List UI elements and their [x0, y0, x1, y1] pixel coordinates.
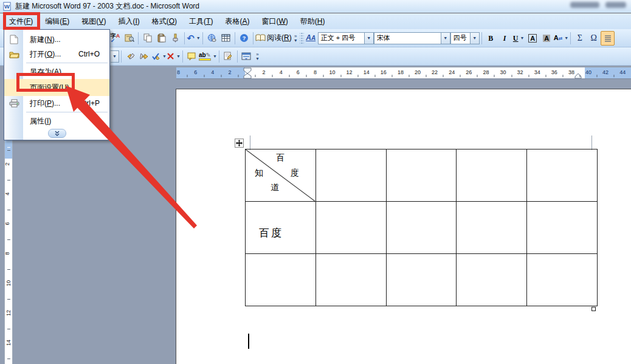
bold-button[interactable]: B [484, 31, 498, 46]
ruler-number: 42 [602, 69, 609, 75]
table-move-handle[interactable] [235, 139, 244, 148]
ruler-tick [460, 75, 461, 77]
word-window: { "window": { "title": "新建 Microsoft Wor… [0, 0, 631, 364]
undo-button[interactable]: ↶▼ [187, 31, 201, 46]
menu-expand-button[interactable] [48, 129, 66, 138]
character-shading-button[interactable]: A [540, 31, 554, 46]
file-menu-item-properties[interactable]: 属性(I) [4, 114, 109, 128]
chevron-down-icon[interactable]: ▼ [364, 33, 373, 44]
chevron-down-icon[interactable]: ▼ [213, 54, 217, 58]
hyperlink-button[interactable] [205, 31, 219, 46]
table-cell-r2c5[interactable] [527, 202, 598, 254]
chevron-down-icon[interactable]: ▼ [520, 36, 525, 40]
menu-item-label: 打印(P)... [30, 98, 60, 109]
menu-file[interactable]: 文件(F) [3, 13, 39, 29]
font-combo-value: 宋体 [377, 33, 390, 43]
menu-table[interactable]: 表格(A) [219, 13, 255, 29]
file-menu-item-open[interactable]: 打开(O)...Ctrl+O [4, 47, 109, 61]
show-combo-stub[interactable]: ▼ [111, 50, 119, 63]
chevron-down-icon[interactable]: ▼ [441, 33, 450, 44]
svg-text:W: W [4, 4, 10, 10]
table-cell-r1c1[interactable]: 百度知道 [246, 149, 316, 202]
chevron-down-icon[interactable]: ▼ [176, 54, 181, 58]
menu-item-shortcut: Ctrl+P [79, 99, 106, 108]
margin-crop-mark [591, 136, 592, 150]
right-indent-marker[interactable] [574, 74, 582, 79]
table-cell-r2c3[interactable] [387, 202, 457, 254]
document-page[interactable]: 百度知道百度 [176, 89, 631, 364]
spelling-grammar-button[interactable]: 字A✔ [108, 31, 122, 46]
reject-change-button[interactable]: ▼ [167, 49, 181, 64]
symbol-omega-button[interactable]: Ω [587, 31, 601, 46]
research-icon [125, 33, 134, 43]
style-combo[interactable]: 正文 + 四号▼ [318, 32, 374, 44]
file-menu-item-save-as[interactable]: 另存为(A)... [4, 64, 109, 79]
cell-text: 百度 [259, 226, 283, 240]
table-cell-r3c3[interactable] [387, 254, 457, 306]
document-table[interactable]: 百度知道百度 [245, 149, 598, 306]
file-menu-item-print[interactable]: 打印(P)...Ctrl+P [4, 96, 109, 111]
toolbar-grip[interactable] [300, 32, 304, 45]
format-painter-button[interactable] [168, 31, 182, 46]
menu-format[interactable]: 格式(O) [146, 13, 183, 29]
toolbar-options[interactable]: »▾ [253, 48, 261, 65]
chevron-down-icon[interactable]: ▼ [162, 54, 167, 58]
menu-insert[interactable]: 插入(I) [112, 13, 145, 29]
ruler-number: 32 [517, 69, 523, 75]
table-cell-r1c3[interactable] [387, 149, 457, 202]
insert-comment-button[interactable] [185, 49, 199, 64]
ruler-tick [562, 75, 563, 77]
character-border-button[interactable]: A [526, 31, 540, 46]
table-cell-r2c4[interactable] [457, 202, 527, 254]
styles-pane-button[interactable]: AA [304, 31, 318, 46]
menu-tools[interactable]: 工具(T) [183, 13, 219, 29]
font-combo[interactable]: 宋体▼ [374, 32, 450, 44]
distributed-button[interactable] [601, 31, 615, 46]
copy-button[interactable] [140, 31, 154, 46]
table-cell-r1c5[interactable] [527, 149, 598, 202]
table-resize-handle[interactable] [591, 307, 596, 311]
chevron-down-icon[interactable]: ▼ [564, 36, 568, 40]
indent-markers[interactable] [243, 67, 253, 80]
menu-help[interactable]: 帮助(H) [294, 13, 331, 29]
help-button[interactable]: ? [237, 31, 251, 46]
horizontal-ruler[interactable]: 8642246810121416182022242628303234363840… [176, 67, 631, 79]
read-mode-button[interactable]: 阅读(R) [255, 31, 292, 46]
table-cell-r3c1[interactable] [246, 254, 316, 306]
table-cell-r1c4[interactable] [457, 149, 527, 202]
menu-view[interactable]: 视图(V) [75, 13, 112, 29]
track-changes-button[interactable] [221, 49, 235, 64]
table-cell-r2c2[interactable] [316, 202, 387, 254]
table-cell-r3c5[interactable] [527, 254, 598, 306]
italic-button[interactable]: I [498, 31, 512, 46]
table-cell-r3c2[interactable] [316, 254, 387, 306]
toolbar-separator [570, 32, 571, 44]
research-button[interactable] [122, 31, 136, 46]
next-change-button[interactable] [137, 49, 151, 64]
ruler-tick [579, 75, 580, 77]
sum-button[interactable]: Σ [573, 31, 587, 46]
toolbar-separator [138, 32, 139, 44]
table-cell-r2c1[interactable]: 百度 [246, 202, 316, 254]
table-cell-r3c4[interactable] [457, 254, 527, 306]
accept-change-button[interactable]: ▼ [151, 49, 167, 64]
chevron-down-icon[interactable]: ▼ [470, 33, 479, 44]
file-menu-item-new[interactable]: 新建(N)... [4, 32, 109, 47]
menu-edit[interactable]: 编辑(E) [39, 13, 75, 29]
file-menu-item-page-setup[interactable]: 页面设置(U)... [4, 79, 109, 96]
open-folder-icon [7, 50, 21, 58]
character-scale-button[interactable]: A⇄▼ [554, 31, 569, 46]
chevron-down-icon[interactable]: ▼ [196, 36, 201, 40]
paste-button[interactable] [154, 31, 168, 46]
size-combo-value: 四号 [453, 33, 467, 43]
previous-change-button[interactable] [123, 49, 137, 64]
highlight-button[interactable]: ab✎▼ [199, 49, 217, 64]
toolbar-options[interactable]: »▾ [292, 30, 300, 47]
size-combo[interactable]: 四号▼ [450, 32, 480, 44]
menu-window[interactable]: 窗口(W) [255, 13, 294, 29]
text-cursor [248, 334, 249, 349]
reviewing-pane-button[interactable] [240, 49, 253, 64]
insert-table-button[interactable] [219, 31, 233, 46]
table-cell-r1c2[interactable] [316, 149, 387, 202]
underline-button[interactable]: U▼ [512, 31, 526, 46]
